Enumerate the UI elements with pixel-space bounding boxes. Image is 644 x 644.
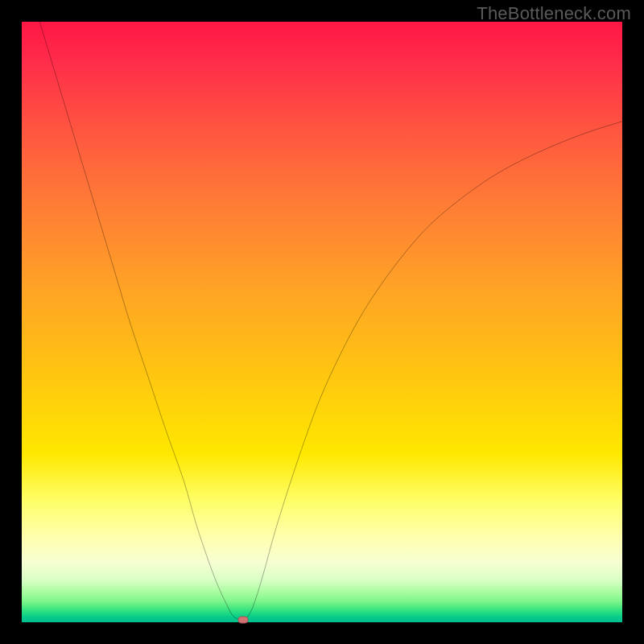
bottleneck-curve <box>22 22 622 622</box>
optimal-point-marker <box>237 617 248 624</box>
chart-plot-area <box>22 22 622 622</box>
attribution-text: TheBottleneck.com <box>477 3 631 24</box>
